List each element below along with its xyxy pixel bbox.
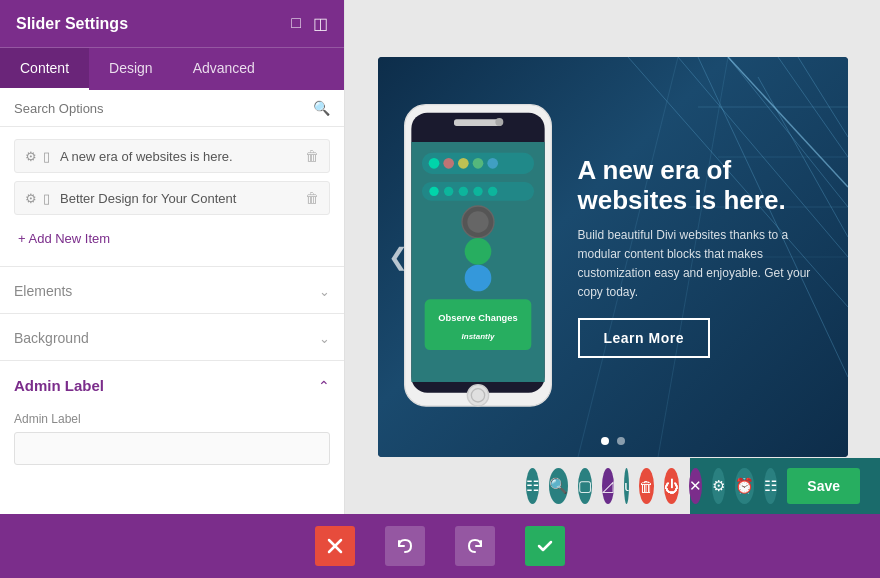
bottom-bar xyxy=(0,514,880,578)
elements-label: Elements xyxy=(14,283,72,299)
svg-point-26 xyxy=(429,186,438,195)
svg-point-34 xyxy=(464,264,491,291)
admin-label-section: Admin Label ⌃ Admin Label xyxy=(0,361,344,481)
redo-button[interactable] xyxy=(455,526,495,566)
check-icon xyxy=(536,537,554,555)
undo-icon xyxy=(396,537,414,555)
close-toolbar-button[interactable]: ✕ xyxy=(689,468,702,504)
admin-label-chevron-icon: ⌃ xyxy=(318,378,330,394)
bottom-toolbar: ☷ 🔍 ▢ ◿ ⍳ 🗑 ⏻ ✕ ⚙ ⏰ ☷ Save xyxy=(690,458,880,514)
admin-label-body: Admin Label xyxy=(0,408,344,481)
add-new-label: + Add New Item xyxy=(18,231,110,246)
expand-icon[interactable]: □ xyxy=(291,14,301,33)
x-icon xyxy=(326,537,344,555)
svg-rect-16 xyxy=(454,119,502,126)
slider-dot-1[interactable] xyxy=(601,437,609,445)
search-icon: 🔍 xyxy=(313,100,330,116)
svg-point-21 xyxy=(443,158,454,169)
settings-toolbar-button[interactable]: ⚙ xyxy=(712,468,725,504)
svg-point-28 xyxy=(458,186,467,195)
filter-toolbar-button[interactable]: ☷ xyxy=(764,468,777,504)
slide-heading: A new era of websites is here. xyxy=(578,156,828,216)
phone-mockup: Observe Changes Instantly xyxy=(398,102,558,413)
redo-icon xyxy=(466,537,484,555)
undo-button[interactable] xyxy=(385,526,425,566)
slide-item-2: ⚙ ▯ Better Design for Your Content 🗑 xyxy=(14,181,330,215)
duplicate-icon-2[interactable]: ▯ xyxy=(43,191,50,206)
admin-label-input[interactable] xyxy=(14,432,330,465)
slides-list: ⚙ ▯ A new era of websites is here. 🗑 ⚙ ▯… xyxy=(0,127,344,267)
clock-toolbar-button[interactable]: ⏰ xyxy=(735,468,754,504)
slide-text-area: A new era of websites is here. Build bea… xyxy=(568,156,828,359)
slider-prev-arrow[interactable]: ❮ xyxy=(388,243,408,271)
delete-slide-icon[interactable]: 🗑 xyxy=(305,148,319,164)
svg-point-20 xyxy=(428,158,439,169)
admin-label-title: Admin Label xyxy=(14,377,104,394)
tab-content[interactable]: Content xyxy=(0,48,89,90)
svg-point-33 xyxy=(464,238,491,265)
svg-point-30 xyxy=(487,186,496,195)
slider-preview: Observe Changes Instantly A new era of w… xyxy=(378,57,848,457)
slide-item-label: A new era of websites is here. xyxy=(60,149,295,164)
svg-point-23 xyxy=(472,158,483,169)
svg-text:Observe Changes: Observe Changes xyxy=(438,312,517,322)
tab-advanced[interactable]: Advanced xyxy=(173,48,275,90)
preview-area: Observe Changes Instantly A new era of w… xyxy=(345,0,880,514)
settings-icon[interactable]: ⚙ xyxy=(25,149,37,164)
slide-item-icons: ⚙ ▯ xyxy=(25,149,50,164)
svg-point-27 xyxy=(444,186,453,195)
search-input[interactable] xyxy=(14,101,305,116)
background-chevron-icon: ⌄ xyxy=(319,331,330,346)
right-panel: Observe Changes Instantly A new era of w… xyxy=(345,0,880,514)
save-button[interactable]: Save xyxy=(787,468,860,504)
panel-header-icons: □ ◫ xyxy=(291,14,328,33)
phone-svg: Observe Changes Instantly xyxy=(398,102,558,409)
svg-point-32 xyxy=(467,211,488,232)
svg-point-24 xyxy=(487,158,498,169)
svg-point-29 xyxy=(473,186,482,195)
svg-point-17 xyxy=(495,118,503,126)
panel-header: Slider Settings □ ◫ xyxy=(0,0,344,47)
background-label: Background xyxy=(14,330,89,346)
admin-label-field-label: Admin Label xyxy=(14,412,330,426)
duplicate-icon[interactable]: ▯ xyxy=(43,149,50,164)
layout-icon[interactable]: ◫ xyxy=(313,14,328,33)
learn-more-button[interactable]: Learn More xyxy=(578,318,710,358)
elements-chevron-icon: ⌄ xyxy=(319,284,330,299)
svg-point-38 xyxy=(467,384,488,405)
slide-item: ⚙ ▯ A new era of websites is here. 🗑 xyxy=(14,139,330,173)
background-section-header[interactable]: Background ⌄ xyxy=(0,314,344,361)
tab-design[interactable]: Design xyxy=(89,48,173,90)
slide-item-2-icons: ⚙ ▯ xyxy=(25,191,50,206)
panel-title: Slider Settings xyxy=(16,15,128,33)
app-container: Slider Settings □ ◫ Content Design Advan… xyxy=(0,0,880,514)
confirm-bottom-button[interactable] xyxy=(525,526,565,566)
left-panel: Slider Settings □ ◫ Content Design Advan… xyxy=(0,0,345,514)
slide-subtext: Build beautiful Divi websites thanks to … xyxy=(578,226,828,303)
slider-dots xyxy=(601,437,625,445)
slider-content: Observe Changes Instantly A new era of w… xyxy=(378,82,848,433)
slider-dot-2[interactable] xyxy=(617,437,625,445)
elements-section-header[interactable]: Elements ⌄ xyxy=(0,267,344,314)
tabs-bar: Content Design Advanced xyxy=(0,47,344,90)
delete-slide-2-icon[interactable]: 🗑 xyxy=(305,190,319,206)
add-new-item-button[interactable]: + Add New Item xyxy=(14,223,330,254)
svg-rect-35 xyxy=(424,299,531,350)
svg-text:Instantly: Instantly xyxy=(461,332,494,341)
admin-label-header[interactable]: Admin Label ⌃ xyxy=(0,361,344,408)
svg-point-22 xyxy=(458,158,469,169)
search-bar: 🔍 xyxy=(0,90,344,127)
settings-icon-2[interactable]: ⚙ xyxy=(25,191,37,206)
slide-item-2-label: Better Design for Your Content xyxy=(60,191,295,206)
close-bottom-button[interactable] xyxy=(315,526,355,566)
